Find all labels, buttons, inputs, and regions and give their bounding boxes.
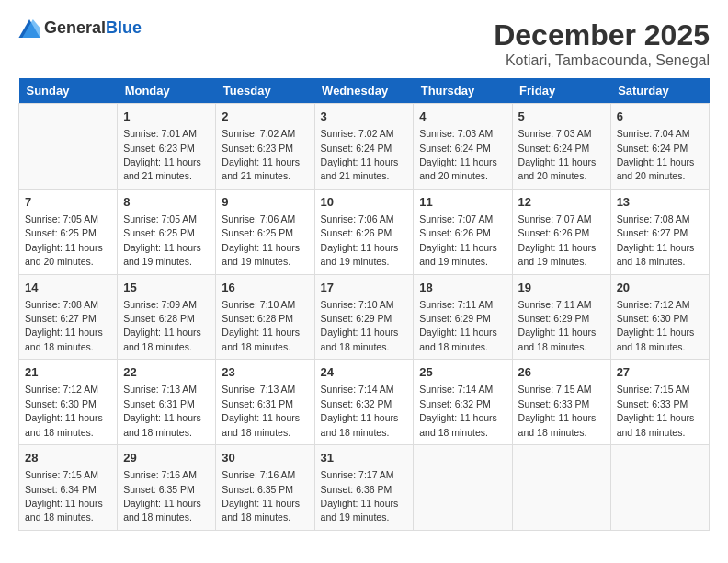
calendar-cell: 26Sunrise: 7:15 AMSunset: 6:33 PMDayligh… (512, 360, 610, 445)
calendar-cell: 14Sunrise: 7:08 AMSunset: 6:27 PMDayligh… (19, 274, 118, 360)
calendar-cell: 6Sunrise: 7:04 AMSunset: 6:24 PMDaylight… (610, 104, 709, 190)
calendar-cell: 1Sunrise: 7:01 AMSunset: 6:23 PMDaylight… (118, 104, 216, 190)
calendar-cell: 8Sunrise: 7:05 AMSunset: 6:25 PMDaylight… (118, 189, 216, 274)
weekday-header-sunday: Sunday (19, 78, 118, 104)
day-number: 1 (123, 109, 210, 125)
day-info: Sunrise: 7:14 AMSunset: 6:32 PMDaylight:… (321, 384, 399, 437)
day-number: 26 (518, 364, 605, 381)
day-info: Sunrise: 7:15 AMSunset: 6:34 PMDaylight:… (25, 469, 103, 523)
week-row-4: 28Sunrise: 7:15 AMSunset: 6:34 PMDayligh… (19, 445, 710, 531)
logo: GeneralBlue (18, 18, 142, 38)
day-number: 18 (419, 280, 506, 296)
weekday-header-saturday: Saturday (610, 78, 709, 104)
calendar-cell: 24Sunrise: 7:14 AMSunset: 6:32 PMDayligh… (314, 360, 414, 445)
calendar-cell: 18Sunrise: 7:11 AMSunset: 6:29 PMDayligh… (414, 274, 512, 360)
day-info: Sunrise: 7:02 AMSunset: 6:24 PMDaylight:… (321, 128, 399, 181)
calendar-cell: 27Sunrise: 7:15 AMSunset: 6:33 PMDayligh… (610, 360, 709, 445)
day-number: 12 (518, 194, 605, 211)
calendar-cell: 2Sunrise: 7:02 AMSunset: 6:23 PMDaylight… (216, 104, 314, 190)
calendar-cell: 5Sunrise: 7:03 AMSunset: 6:24 PMDaylight… (512, 104, 610, 190)
day-number: 27 (617, 364, 703, 381)
day-info: Sunrise: 7:12 AMSunset: 6:30 PMDaylight:… (617, 299, 695, 352)
calendar-cell: 21Sunrise: 7:12 AMSunset: 6:30 PMDayligh… (19, 360, 118, 445)
day-info: Sunrise: 7:12 AMSunset: 6:30 PMDaylight:… (25, 384, 103, 437)
week-row-2: 14Sunrise: 7:08 AMSunset: 6:27 PMDayligh… (19, 274, 710, 360)
calendar-cell: 25Sunrise: 7:14 AMSunset: 6:32 PMDayligh… (414, 360, 512, 445)
day-number: 6 (617, 109, 703, 125)
day-info: Sunrise: 7:15 AMSunset: 6:33 PMDaylight:… (617, 384, 695, 437)
day-info: Sunrise: 7:09 AMSunset: 6:28 PMDaylight:… (123, 299, 201, 352)
day-number: 28 (25, 450, 111, 466)
day-number: 22 (123, 364, 210, 381)
calendar-cell: 13Sunrise: 7:08 AMSunset: 6:27 PMDayligh… (610, 189, 709, 274)
day-number: 16 (222, 280, 308, 296)
week-row-3: 21Sunrise: 7:12 AMSunset: 6:30 PMDayligh… (19, 360, 710, 445)
day-info: Sunrise: 7:07 AMSunset: 6:26 PMDaylight:… (419, 213, 497, 267)
calendar-cell: 31Sunrise: 7:17 AMSunset: 6:36 PMDayligh… (314, 445, 414, 531)
calendar-cell: 12Sunrise: 7:07 AMSunset: 6:26 PMDayligh… (512, 189, 610, 274)
day-info: Sunrise: 7:10 AMSunset: 6:28 PMDaylight:… (222, 299, 300, 352)
subtitle: Kotiari, Tambacounda, Senegal (494, 52, 710, 69)
calendar-cell: 19Sunrise: 7:11 AMSunset: 6:29 PMDayligh… (512, 274, 610, 360)
day-number: 13 (617, 194, 703, 211)
day-info: Sunrise: 7:06 AMSunset: 6:25 PMDaylight:… (222, 213, 300, 267)
weekday-header-tuesday: Tuesday (216, 78, 314, 104)
day-number: 4 (419, 109, 506, 125)
calendar-cell (414, 445, 512, 531)
calendar-cell: 22Sunrise: 7:13 AMSunset: 6:31 PMDayligh… (118, 360, 216, 445)
logo-text: GeneralBlue (44, 18, 142, 38)
title-area: December 2025 Kotiari, Tambacounda, Sene… (494, 18, 710, 69)
calendar-cell: 23Sunrise: 7:13 AMSunset: 6:31 PMDayligh… (216, 360, 314, 445)
day-number: 3 (321, 109, 408, 125)
day-info: Sunrise: 7:11 AMSunset: 6:29 PMDaylight:… (518, 299, 597, 352)
day-number: 2 (222, 109, 308, 125)
calendar-table: SundayMondayTuesdayWednesdayThursdayFrid… (18, 78, 710, 531)
day-info: Sunrise: 7:03 AMSunset: 6:24 PMDaylight:… (419, 128, 497, 181)
day-info: Sunrise: 7:11 AMSunset: 6:29 PMDaylight:… (419, 299, 497, 352)
day-info: Sunrise: 7:13 AMSunset: 6:31 PMDaylight:… (222, 384, 300, 437)
day-info: Sunrise: 7:08 AMSunset: 6:27 PMDaylight:… (617, 213, 695, 267)
day-number: 17 (321, 280, 408, 296)
day-number: 9 (222, 194, 308, 211)
calendar-cell: 4Sunrise: 7:03 AMSunset: 6:24 PMDaylight… (414, 104, 512, 190)
day-info: Sunrise: 7:05 AMSunset: 6:25 PMDaylight:… (25, 213, 103, 267)
calendar-cell: 9Sunrise: 7:06 AMSunset: 6:25 PMDaylight… (216, 189, 314, 274)
calendar-cell (512, 445, 610, 531)
logo-icon (18, 19, 40, 38)
calendar-cell: 15Sunrise: 7:09 AMSunset: 6:28 PMDayligh… (118, 274, 216, 360)
day-info: Sunrise: 7:01 AMSunset: 6:23 PMDaylight:… (123, 128, 201, 181)
weekday-header-wednesday: Wednesday (314, 78, 414, 104)
day-number: 25 (419, 364, 506, 381)
day-info: Sunrise: 7:16 AMSunset: 6:35 PMDaylight:… (123, 469, 201, 523)
day-number: 19 (518, 280, 605, 296)
day-info: Sunrise: 7:08 AMSunset: 6:27 PMDaylight:… (25, 299, 103, 352)
day-info: Sunrise: 7:15 AMSunset: 6:33 PMDaylight:… (518, 384, 597, 437)
calendar-cell (19, 104, 118, 190)
day-info: Sunrise: 7:05 AMSunset: 6:25 PMDaylight:… (123, 213, 201, 267)
day-number: 30 (222, 450, 308, 466)
day-number: 5 (518, 109, 605, 125)
day-number: 31 (321, 450, 408, 466)
calendar-cell: 10Sunrise: 7:06 AMSunset: 6:26 PMDayligh… (314, 189, 414, 274)
day-number: 11 (419, 194, 506, 211)
calendar-header: SundayMondayTuesdayWednesdayThursdayFrid… (19, 78, 710, 104)
day-number: 7 (25, 194, 111, 211)
day-info: Sunrise: 7:17 AMSunset: 6:36 PMDaylight:… (321, 469, 399, 523)
day-number: 15 (123, 280, 210, 296)
week-row-1: 7Sunrise: 7:05 AMSunset: 6:25 PMDaylight… (19, 189, 710, 274)
day-info: Sunrise: 7:07 AMSunset: 6:26 PMDaylight:… (518, 213, 597, 267)
day-info: Sunrise: 7:02 AMSunset: 6:23 PMDaylight:… (222, 128, 300, 181)
weekday-header-monday: Monday (118, 78, 216, 104)
day-number: 20 (617, 280, 703, 296)
day-number: 24 (321, 364, 408, 381)
calendar-cell (610, 445, 709, 531)
day-number: 21 (25, 364, 111, 381)
day-number: 10 (321, 194, 408, 211)
weekday-header-thursday: Thursday (414, 78, 512, 104)
day-info: Sunrise: 7:14 AMSunset: 6:32 PMDaylight:… (419, 384, 497, 437)
day-info: Sunrise: 7:10 AMSunset: 6:29 PMDaylight:… (321, 299, 399, 352)
header: GeneralBlue December 2025 Kotiari, Tamba… (18, 18, 710, 69)
calendar-cell: 7Sunrise: 7:05 AMSunset: 6:25 PMDaylight… (19, 189, 118, 274)
day-info: Sunrise: 7:13 AMSunset: 6:31 PMDaylight:… (123, 384, 201, 437)
day-number: 14 (25, 280, 111, 296)
